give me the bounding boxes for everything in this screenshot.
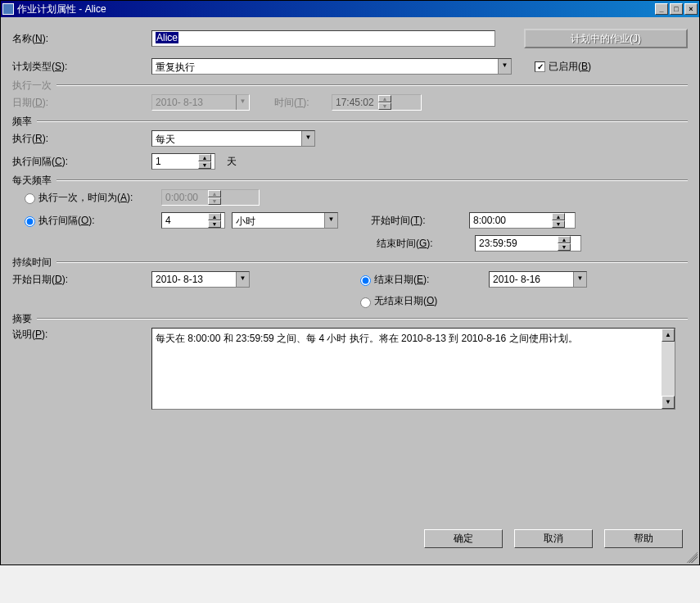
once-date-picker: 2010- 8-13 ▼ bbox=[151, 94, 250, 111]
recurs-every-unit: 天 bbox=[227, 155, 237, 169]
scroll-up-icon[interactable]: ▲ bbox=[662, 329, 675, 342]
spin-up-icon[interactable]: ▲ bbox=[208, 213, 221, 220]
start-date-label: 开始日期(D): bbox=[12, 273, 151, 287]
occurs-label: 执行(R): bbox=[12, 132, 151, 146]
start-time-label: 开始时间(T): bbox=[371, 214, 469, 228]
daily-freq-section-title: 每天频率 bbox=[12, 174, 56, 188]
schedule-type-label: 计划类型(S): bbox=[12, 60, 151, 74]
occurs-every-unit: 小时 bbox=[233, 213, 324, 228]
schedule-type-select[interactable]: 重复执行 ▼ bbox=[151, 58, 512, 75]
cancel-button[interactable]: 取消 bbox=[514, 529, 593, 548]
close-button[interactable]: × bbox=[684, 3, 698, 15]
end-time-label: 结束时间(G): bbox=[377, 237, 475, 251]
frequency-section-title: 频率 bbox=[12, 115, 37, 129]
scroll-down-icon[interactable]: ▼ bbox=[662, 396, 675, 409]
recurs-every-spinner[interactable]: ▲▼ bbox=[151, 153, 215, 170]
app-icon bbox=[2, 3, 14, 15]
chevron-down-icon[interactable]: ▼ bbox=[301, 131, 314, 146]
jobs-in-schedule-button[interactable]: 计划中的作业(J) bbox=[524, 29, 688, 48]
name-input[interactable]: Alice bbox=[151, 30, 495, 47]
enabled-label: 已启用(B) bbox=[549, 60, 591, 74]
scroll-track[interactable] bbox=[662, 342, 675, 396]
occurs-once-at-label: 执行一次，时间为(A): bbox=[38, 191, 161, 205]
once-time-value bbox=[332, 95, 378, 110]
spin-up-icon: ▲ bbox=[208, 190, 221, 197]
end-date-label: 结束日期(E): bbox=[374, 273, 489, 287]
ok-button[interactable]: 确定 bbox=[424, 529, 503, 548]
window-controls: _ □ × bbox=[655, 3, 698, 15]
spin-up-icon: ▲ bbox=[378, 95, 391, 102]
duration-section-title: 持续时间 bbox=[12, 256, 56, 270]
name-value: Alice bbox=[156, 32, 178, 43]
once-date-value: 2010- 8-13 bbox=[152, 95, 236, 110]
spin-up-icon[interactable]: ▲ bbox=[198, 154, 211, 161]
description-label: 说明(P): bbox=[12, 328, 151, 342]
no-end-date-radio[interactable] bbox=[360, 297, 371, 308]
once-time-label: 时间(T): bbox=[274, 96, 332, 110]
spin-down-icon[interactable]: ▼ bbox=[552, 220, 565, 228]
chevron-down-icon: ▼ bbox=[236, 95, 249, 110]
occurs-every-value[interactable] bbox=[162, 213, 208, 228]
end-date-picker[interactable]: 2010- 8-16 ▼ bbox=[489, 271, 587, 288]
occurs-every-radio[interactable] bbox=[25, 216, 35, 227]
start-time-value[interactable] bbox=[470, 213, 552, 228]
end-date-value: 2010- 8-16 bbox=[490, 272, 573, 287]
titlebar: 作业计划属性 - Alice _ □ × bbox=[1, 1, 699, 17]
occurs-every-label: 执行间隔(O): bbox=[38, 214, 161, 228]
no-end-date-label: 无结束日期(O) bbox=[374, 294, 437, 308]
chevron-down-icon[interactable]: ▼ bbox=[573, 272, 586, 287]
window-title: 作业计划属性 - Alice bbox=[17, 2, 106, 16]
scrollbar[interactable]: ▲ ▼ bbox=[662, 329, 675, 409]
dialog-buttons: 确定 取消 帮助 bbox=[424, 529, 683, 548]
spin-up-icon[interactable]: ▲ bbox=[558, 236, 571, 243]
help-button[interactable]: 帮助 bbox=[604, 529, 683, 548]
occurs-select[interactable]: 每天 ▼ bbox=[151, 130, 315, 147]
once-time-spinner: ▲▼ bbox=[332, 94, 422, 111]
occurs-once-at-value bbox=[162, 190, 208, 205]
schedule-type-value: 重复执行 bbox=[152, 59, 498, 74]
chevron-down-icon[interactable]: ▼ bbox=[498, 59, 511, 74]
once-date-label: 日期(D): bbox=[12, 96, 151, 110]
resize-grip-icon[interactable] bbox=[686, 551, 698, 563]
occurs-once-at-spinner: ▲▼ bbox=[161, 189, 260, 206]
chevron-down-icon[interactable]: ▼ bbox=[324, 213, 337, 228]
occurs-value: 每天 bbox=[152, 131, 301, 146]
spin-down-icon[interactable]: ▼ bbox=[198, 161, 211, 169]
start-date-value: 2010- 8-13 bbox=[152, 272, 236, 287]
check-icon: ✓ bbox=[535, 61, 545, 72]
name-label: 名称(N): bbox=[12, 32, 151, 46]
dialog-window: 作业计划属性 - Alice _ □ × 名称(N): Alice 计划中的作业… bbox=[0, 0, 700, 565]
end-time-spinner[interactable]: ▲▼ bbox=[475, 235, 581, 252]
maximize-button[interactable]: □ bbox=[670, 3, 683, 15]
spin-down-icon[interactable]: ▼ bbox=[208, 220, 221, 228]
end-time-value[interactable] bbox=[476, 236, 558, 251]
occurs-every-unit-select[interactable]: 小时 ▼ bbox=[232, 212, 338, 229]
chevron-down-icon[interactable]: ▼ bbox=[236, 272, 249, 287]
occurs-once-radio[interactable] bbox=[25, 193, 35, 204]
spin-down-icon[interactable]: ▼ bbox=[558, 243, 571, 251]
dialog-content: 名称(N): Alice 计划中的作业(J) 计划类型(S): 重复执行 ▼ ✓… bbox=[1, 17, 699, 564]
summary-section-title: 摘要 bbox=[12, 312, 37, 326]
enabled-checkbox[interactable]: ✓ 已启用(B) bbox=[535, 60, 591, 74]
start-time-spinner[interactable]: ▲▼ bbox=[469, 212, 576, 229]
occurs-every-spinner[interactable]: ▲▼ bbox=[161, 212, 225, 229]
description-value: 每天在 8:00:00 和 23:59:59 之间、每 4 小时 执行。将在 2… bbox=[156, 333, 578, 344]
start-date-picker[interactable]: 2010- 8-13 ▼ bbox=[151, 271, 250, 288]
spin-down-icon: ▼ bbox=[208, 197, 221, 205]
minimize-button[interactable]: _ bbox=[655, 3, 668, 15]
spin-down-icon: ▼ bbox=[378, 102, 391, 110]
recurs-every-value[interactable] bbox=[152, 154, 198, 169]
spin-up-icon[interactable]: ▲ bbox=[552, 213, 565, 220]
execute-once-section-title: 执行一次 bbox=[12, 79, 56, 93]
end-date-radio[interactable] bbox=[360, 275, 371, 286]
recurs-every-label: 执行间隔(C): bbox=[12, 155, 151, 169]
description-textarea[interactable]: 每天在 8:00:00 和 23:59:59 之间、每 4 小时 执行。将在 2… bbox=[151, 328, 675, 410]
